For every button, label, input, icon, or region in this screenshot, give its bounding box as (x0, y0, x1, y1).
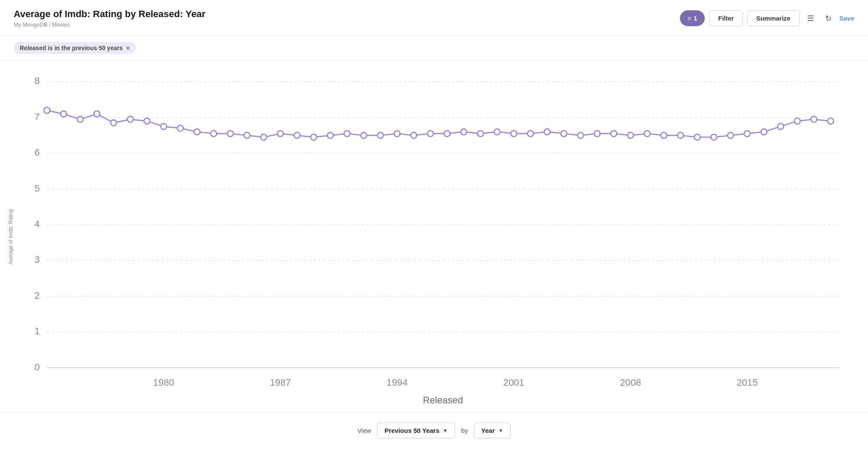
chart-inner: 0 1 2 3 4 5 6 7 8 (17, 70, 851, 403)
refresh-icon-button[interactable]: ↻ (822, 10, 835, 27)
chevron-down-icon-2: ▼ (498, 428, 503, 434)
previous-50-years-label: Previous 50 Years (384, 427, 439, 434)
svg-point-43 (444, 131, 450, 137)
svg-point-56 (661, 132, 667, 138)
svg-text:2001: 2001 (503, 377, 524, 388)
filter-icon: ≡ (688, 15, 691, 22)
chart-svg: 0 1 2 3 4 5 6 7 8 (17, 70, 851, 403)
svg-point-34 (294, 132, 300, 138)
svg-text:1994: 1994 (386, 377, 407, 388)
svg-point-51 (578, 132, 584, 138)
filter-button[interactable]: Filter (709, 10, 743, 26)
filter-chip-label: Released is in the previous 50 years (20, 45, 123, 51)
svg-point-60 (727, 132, 733, 138)
svg-point-52 (594, 131, 600, 137)
previous-50-years-dropdown[interactable]: Previous 50 Years ▼ (377, 423, 455, 438)
header-actions: ≡ 1 Filter Summarize ☰ ↻ Save (680, 10, 854, 27)
breadcrumb: My MongoDB / Movies (14, 21, 205, 28)
svg-point-27 (177, 125, 183, 131)
svg-point-62 (761, 129, 767, 135)
svg-point-50 (561, 131, 567, 137)
svg-text:1987: 1987 (270, 377, 291, 388)
svg-point-58 (694, 134, 700, 140)
svg-point-54 (628, 132, 634, 138)
svg-point-66 (828, 118, 834, 124)
svg-point-29 (211, 131, 217, 137)
svg-text:4: 4 (34, 219, 39, 229)
page-header: Average of Imdb: Rating by Released: Yea… (0, 0, 868, 35)
filter-chip-close[interactable]: × (126, 45, 129, 51)
svg-point-33 (277, 131, 283, 137)
filter-count-button[interactable]: ≡ 1 (680, 10, 705, 26)
svg-point-26 (161, 123, 167, 129)
svg-point-63 (778, 123, 784, 129)
svg-text:0: 0 (34, 362, 39, 372)
svg-point-48 (527, 131, 533, 137)
refresh-icon: ↻ (825, 14, 832, 23)
svg-text:3: 3 (34, 254, 39, 265)
summarize-button[interactable]: Summarize (747, 10, 799, 26)
svg-text:2008: 2008 (620, 377, 641, 388)
svg-text:1980: 1980 (153, 377, 174, 388)
svg-point-37 (344, 131, 350, 137)
page-title: Average of Imdb: Rating by Released: Yea… (14, 9, 205, 20)
filter-count-label: 1 (694, 15, 697, 22)
svg-point-49 (544, 129, 550, 135)
svg-text:2: 2 (34, 290, 39, 301)
svg-point-36 (327, 132, 333, 138)
svg-point-28 (194, 129, 200, 135)
by-label: by (461, 427, 468, 434)
year-dropdown[interactable]: Year ▼ (474, 423, 511, 438)
chevron-down-icon: ▼ (443, 428, 448, 434)
svg-point-61 (744, 131, 750, 137)
svg-point-64 (794, 118, 800, 124)
svg-point-24 (127, 116, 133, 122)
svg-text:6: 6 (34, 147, 39, 158)
svg-point-31 (244, 132, 250, 138)
svg-text:1: 1 (34, 326, 39, 336)
filter-chip[interactable]: Released is in the previous 50 years × (14, 42, 136, 54)
chart-area: Average of Imdb: Rating 0 1 (0, 61, 868, 408)
svg-text:2015: 2015 (736, 377, 757, 388)
svg-point-32 (261, 134, 267, 140)
header-title-area: Average of Imdb: Rating by Released: Yea… (14, 9, 205, 28)
svg-point-65 (811, 116, 817, 122)
year-label: Year (481, 427, 495, 434)
svg-point-21 (77, 116, 83, 122)
view-label: View (357, 427, 371, 434)
svg-point-30 (227, 131, 233, 137)
svg-point-42 (428, 131, 434, 137)
svg-point-19 (44, 108, 50, 114)
bottom-bar: View Previous 50 Years ▼ by Year ▼ (0, 412, 868, 449)
svg-point-23 (111, 120, 117, 126)
svg-text:8: 8 (34, 75, 39, 86)
svg-point-47 (511, 131, 517, 137)
chart-container: Average of Imdb: Rating 0 1 (4, 70, 851, 403)
svg-point-57 (678, 132, 684, 138)
svg-point-25 (144, 118, 150, 124)
y-axis-label: Average of Imdb: Rating (4, 209, 17, 264)
filter-bar: Released is in the previous 50 years × (0, 35, 868, 61)
svg-point-20 (60, 111, 66, 117)
svg-text:7: 7 (34, 111, 39, 122)
svg-point-40 (394, 131, 400, 137)
svg-text:5: 5 (34, 183, 39, 194)
settings-icon: ☰ (807, 14, 814, 23)
svg-point-22 (94, 111, 100, 117)
svg-point-39 (377, 132, 383, 138)
svg-text:Released: Released (423, 395, 463, 403)
svg-point-59 (711, 134, 717, 140)
save-button[interactable]: Save (839, 15, 854, 22)
svg-point-46 (494, 129, 500, 135)
svg-point-45 (477, 131, 483, 137)
svg-point-35 (311, 134, 317, 140)
svg-point-44 (461, 129, 467, 135)
svg-point-38 (361, 132, 367, 138)
settings-icon-button[interactable]: ☰ (804, 10, 817, 27)
svg-point-55 (644, 131, 650, 137)
svg-point-41 (411, 132, 417, 138)
svg-point-53 (611, 131, 617, 137)
